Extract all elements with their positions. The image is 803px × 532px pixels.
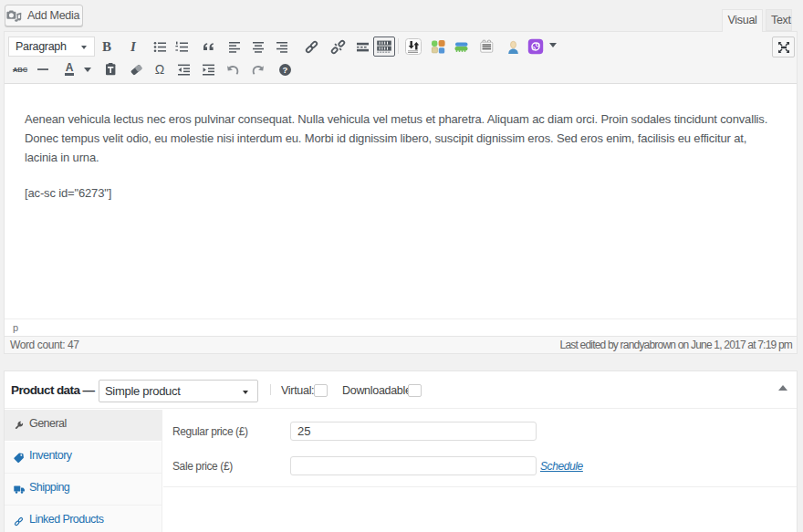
svg-text:?: ? (282, 64, 287, 74)
